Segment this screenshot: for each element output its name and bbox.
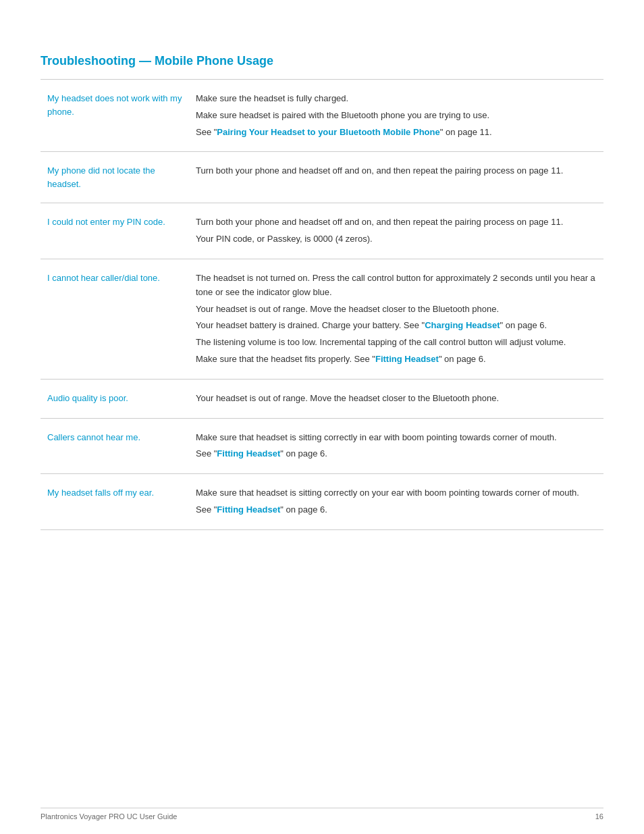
solution-paragraph: The listening volume is too low. Increme… [196, 336, 597, 350]
solution-paragraph: Your headset is out of range. Move the h… [196, 303, 597, 317]
solution-cell: Your headset is out of range. Move the h… [189, 379, 603, 418]
solution-paragraph: Your headset is out of range. Move the h… [196, 392, 597, 406]
solution-cell: The headset is not turned on. Press the … [189, 259, 603, 379]
solution-paragraph: Make sure that headset is sitting correc… [196, 486, 597, 500]
solution-paragraph: See "Fitting Headset" on page 6. [196, 447, 597, 461]
solution-link[interactable]: Fitting Headset [217, 448, 280, 459]
solution-cell: Make sure that headset is sitting correc… [189, 474, 603, 530]
footer-left: Plantronics Voyager PRO UC User Guide [41, 812, 177, 820]
table-row: Audio quality is poor.Your headset is ou… [41, 379, 603, 418]
solution-link[interactable]: Pairing Your Headset to your Bluetooth M… [217, 127, 439, 137]
table-row: My phone did not locate the headset.Turn… [41, 152, 603, 203]
footer-right: 16 [595, 812, 603, 820]
solution-paragraph: Make sure that headset is sitting correc… [196, 431, 597, 445]
solution-paragraph: Turn both your phone and headset off and… [196, 215, 597, 230]
issue-cell: Audio quality is poor. [41, 379, 189, 418]
solution-paragraph: Your headset battery is drained. Charge … [196, 319, 597, 333]
solution-paragraph: Make sure headset is paired with the Blu… [196, 109, 597, 123]
issue-cell: Callers cannot hear me. [41, 418, 189, 474]
solution-paragraph: Turn both your phone and headset off and… [196, 164, 597, 178]
issue-cell: I could not enter my PIN code. [41, 203, 189, 259]
page-footer: Plantronics Voyager PRO UC User Guide 16 [41, 808, 603, 820]
solution-paragraph: Make sure that the headset fits properly… [196, 353, 597, 367]
issue-cell: My headset does not work with my phone. [41, 80, 189, 152]
solution-link[interactable]: Charging Headset [425, 320, 500, 330]
solution-link[interactable]: Fitting Headset [375, 354, 439, 364]
solution-cell: Turn both your phone and headset off and… [189, 152, 603, 203]
table-row: I could not enter my PIN code.Turn both … [41, 203, 603, 259]
table-row: My headset does not work with my phone.M… [41, 80, 603, 152]
page-title: Troubleshooting — Mobile Phone Usage [41, 54, 603, 68]
page-container: Troubleshooting — Mobile Phone Usage My … [0, 0, 644, 571]
solution-cell: Make sure that headset is sitting correc… [189, 418, 603, 474]
solution-paragraph: See "Pairing Your Headset to your Blueto… [196, 126, 597, 140]
solution-paragraph: The headset is not turned on. Press the … [196, 271, 597, 300]
issue-cell: My headset falls off my ear. [41, 474, 189, 530]
solution-cell: Make sure the headset is fully charged.M… [189, 80, 603, 152]
solution-link[interactable]: Fitting Headset [217, 504, 280, 515]
table-row: I cannot hear caller/dial tone.The heads… [41, 259, 603, 379]
table-row: Callers cannot hear me.Make sure that he… [41, 418, 603, 474]
solution-paragraph: Make sure the headset is fully charged. [196, 92, 597, 106]
issue-cell: I cannot hear caller/dial tone. [41, 259, 189, 379]
solution-paragraph: See "Fitting Headset" on page 6. [196, 503, 597, 517]
table-row: My headset falls off my ear.Make sure th… [41, 474, 603, 530]
solution-paragraph: Your PIN code, or Passkey, is 0000 (4 ze… [196, 232, 597, 246]
troubleshoot-table: My headset does not work with my phone.M… [41, 80, 603, 530]
issue-cell: My phone did not locate the headset. [41, 152, 189, 203]
solution-cell: Turn both your phone and headset off and… [189, 203, 603, 259]
